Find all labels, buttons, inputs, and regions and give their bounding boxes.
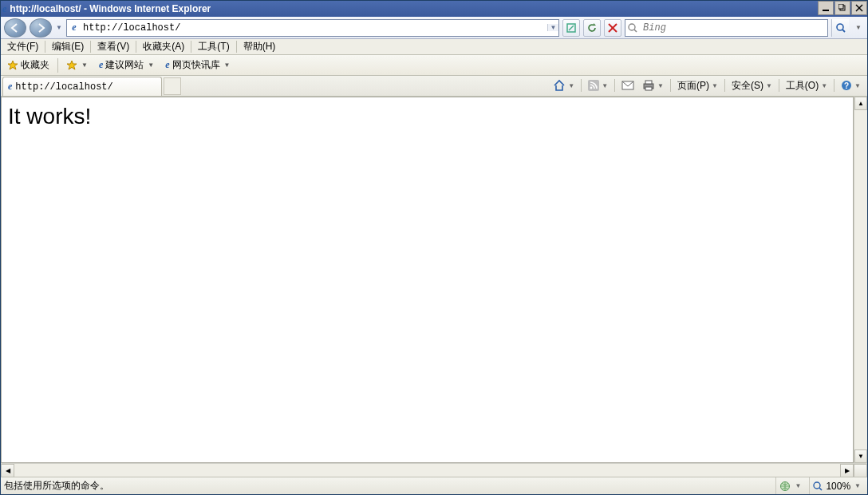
status-text: 包括使用所选项的命令。 xyxy=(4,479,109,493)
horizontal-scrollbar[interactable]: ◀ ▶ xyxy=(1,463,867,477)
menu-file[interactable]: 文件(F) xyxy=(1,39,45,54)
svg-point-10 xyxy=(837,24,843,30)
menu-bar: 文件(F) 编辑(E) 查看(V) 收藏夹(A) 工具(T) 帮助(H) xyxy=(1,39,867,55)
help-button[interactable]: ? ▼ xyxy=(838,77,864,94)
address-input[interactable] xyxy=(81,22,547,34)
security-zone[interactable]: ▼ xyxy=(775,477,804,494)
address-dropdown[interactable]: ▼ xyxy=(547,24,558,31)
stop-button[interactable] xyxy=(604,19,621,37)
svg-rect-17 xyxy=(645,87,652,90)
chevron-down-icon: ▼ xyxy=(821,82,827,89)
chevron-down-icon: ▼ xyxy=(81,61,88,69)
star-icon xyxy=(7,60,18,71)
content-wrap: It works! ▲ ▼ xyxy=(1,97,867,463)
print-button[interactable]: ▼ xyxy=(639,77,667,94)
menu-edit[interactable]: 编辑(E) xyxy=(45,39,90,54)
safety-label: 安全(S) xyxy=(732,79,763,93)
zoom-icon xyxy=(813,481,823,491)
tools-label: 工具(O) xyxy=(786,79,819,93)
webslice-link[interactable]: e 网页快讯库 ▼ xyxy=(162,57,233,73)
svg-point-13 xyxy=(590,87,593,89)
close-button[interactable] xyxy=(851,1,867,15)
page-viewport: It works! xyxy=(1,97,854,463)
scroll-corner xyxy=(854,464,867,477)
title-bar: e http://localhost/ - Windows Internet E… xyxy=(1,1,867,17)
tab-active[interactable]: e http://localhost/ xyxy=(2,77,162,96)
home-button[interactable]: ▼ xyxy=(550,77,578,94)
tab-title: http://localhost/ xyxy=(15,81,112,93)
vertical-scrollbar[interactable]: ▲ ▼ xyxy=(854,97,867,463)
scroll-track[interactable] xyxy=(14,464,840,477)
chevron-down-icon: ▼ xyxy=(148,61,154,69)
zoom-control[interactable]: 100% ▼ xyxy=(809,477,864,494)
search-go-button[interactable] xyxy=(831,19,849,37)
tab-bar: e http://localhost/ ▼ ▼ xyxy=(1,76,867,97)
favorites-label: 收藏夹 xyxy=(21,58,49,72)
search-provider-icon[interactable] xyxy=(625,23,640,33)
back-button[interactable] xyxy=(4,18,26,38)
tools-menu-button[interactable]: 工具(O)▼ xyxy=(783,77,831,94)
suggested-sites-label: 建议网站 xyxy=(105,58,144,72)
ie-icon: e xyxy=(99,59,103,71)
add-fav-button[interactable]: ▼ xyxy=(63,58,91,73)
ie-icon: e xyxy=(2,3,6,15)
zoom-value: 100% xyxy=(826,481,850,492)
svg-line-22 xyxy=(819,488,822,490)
favorites-button[interactable]: 收藏夹 xyxy=(4,57,53,73)
page-label: 页面(P) xyxy=(677,79,709,93)
chevron-down-icon: ▼ xyxy=(854,482,861,489)
ie-icon: e xyxy=(165,59,169,71)
home-icon xyxy=(553,79,566,92)
refresh-button[interactable] xyxy=(583,19,601,37)
nav-bar: ▼ e ▼ ▼ xyxy=(1,17,867,39)
page-favicon: e xyxy=(67,22,81,34)
new-tab-button[interactable] xyxy=(164,77,181,95)
scroll-right-button[interactable]: ▶ xyxy=(840,464,854,477)
window-title: http://localhost/ - Windows Internet Exp… xyxy=(10,3,817,14)
forward-button[interactable] xyxy=(30,18,52,38)
svg-point-8 xyxy=(629,24,635,30)
help-icon: ? xyxy=(841,80,852,91)
page-heading: It works! xyxy=(8,104,846,129)
window-buttons xyxy=(817,1,867,17)
search-dropdown[interactable]: ▼ xyxy=(853,24,864,31)
ie-window: e http://localhost/ - Windows Internet E… xyxy=(0,0,868,495)
svg-line-9 xyxy=(634,30,637,32)
globe-icon xyxy=(779,481,791,492)
svg-line-11 xyxy=(842,30,845,32)
rss-icon xyxy=(588,80,599,91)
menu-fav[interactable]: 收藏夹(A) xyxy=(136,39,191,54)
page-menu-button[interactable]: 页面(P)▼ xyxy=(674,77,721,94)
mail-icon xyxy=(621,81,634,90)
svg-point-21 xyxy=(814,482,820,489)
compat-view-button[interactable] xyxy=(562,19,580,37)
chevron-down-icon: ▼ xyxy=(712,82,718,89)
menu-help[interactable]: 帮助(H) xyxy=(237,39,282,54)
page-body: It works! xyxy=(2,97,853,136)
chevron-down-icon: ▼ xyxy=(568,82,574,89)
minimize-button[interactable] xyxy=(818,1,834,15)
chevron-down-icon: ▼ xyxy=(854,82,861,89)
menu-tools[interactable]: 工具(T) xyxy=(191,39,235,54)
search-bar xyxy=(625,19,828,37)
feeds-button[interactable]: ▼ xyxy=(585,77,611,94)
scroll-left-button[interactable]: ◀ xyxy=(1,464,14,477)
separator xyxy=(57,58,58,73)
scroll-up-button[interactable]: ▲ xyxy=(854,97,867,110)
safety-menu-button[interactable]: 安全(S)▼ xyxy=(728,77,775,94)
command-bar: ▼ ▼ ▼ 页面(P)▼ xyxy=(550,75,867,96)
suggested-sites-link[interactable]: e 建议网站 ▼ xyxy=(96,57,157,73)
star-plus-icon xyxy=(66,60,77,71)
restore-button[interactable] xyxy=(834,1,850,15)
svg-rect-16 xyxy=(645,81,652,84)
scroll-track[interactable] xyxy=(854,110,867,449)
read-mail-button[interactable] xyxy=(618,77,637,94)
menu-view[interactable]: 查看(V) xyxy=(91,39,136,54)
address-bar: e ▼ xyxy=(66,19,559,37)
scroll-down-button[interactable]: ▼ xyxy=(854,449,867,463)
search-input[interactable] xyxy=(640,22,827,34)
svg-text:?: ? xyxy=(844,81,849,90)
chevron-down-icon: ▼ xyxy=(657,82,664,89)
status-bar: 包括使用所选项的命令。 ▼ 100% ▼ xyxy=(1,477,867,494)
nav-history-dropdown[interactable]: ▼ xyxy=(55,24,63,31)
